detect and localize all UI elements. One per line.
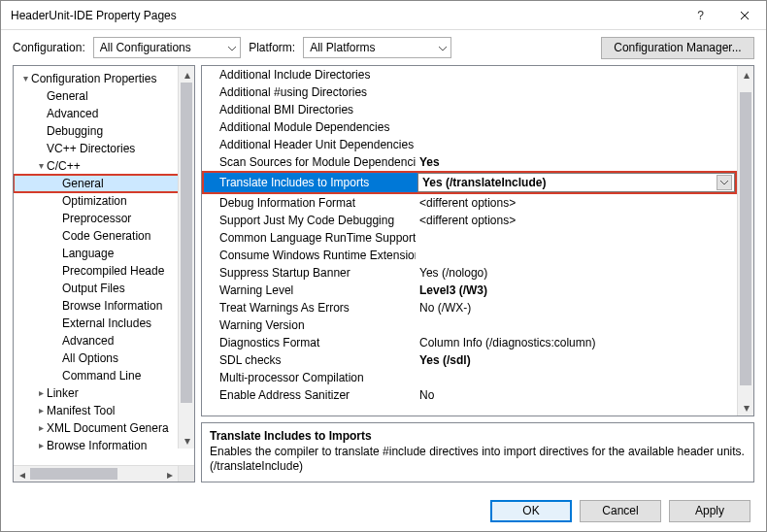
collapsed-icon[interactable]: ▸ xyxy=(35,402,47,419)
collapsed-icon[interactable]: ▸ xyxy=(35,384,47,402)
property-row[interactable]: Warning LevelLevel3 (/W3) xyxy=(202,282,737,299)
expanded-icon[interactable]: ▾ xyxy=(35,157,47,175)
property-value[interactable]: Yes (/translateInclude) xyxy=(417,173,735,192)
description-title: Translate Includes to Imports xyxy=(210,429,746,443)
tree-item-c-cpp[interactable]: ▾C/C++ xyxy=(14,157,194,175)
tree-item-preprocessor[interactable]: Preprocessor xyxy=(14,210,194,227)
property-row[interactable]: Multi-processor Compilation xyxy=(202,369,737,386)
close-button[interactable] xyxy=(722,1,766,30)
platform-label: Platform: xyxy=(249,41,295,54)
property-row[interactable]: Consume Windows Runtime Extension xyxy=(202,247,737,264)
property-name: Multi-processor Compilation xyxy=(202,371,416,384)
tree-item-code-generation[interactable]: Code Generation xyxy=(14,227,194,245)
tree-root[interactable]: ▾Configuration Properties xyxy=(14,70,194,87)
property-row[interactable]: Translate Includes to ImportsYes (/trans… xyxy=(202,171,737,194)
tree-item-manifest-tool[interactable]: ▸Manifest Tool xyxy=(14,402,194,419)
tree-item-vc-directories[interactable]: VC++ Directories xyxy=(14,140,194,157)
tree-item-advanced[interactable]: Advanced xyxy=(14,332,194,349)
property-row[interactable]: SDL checksYes (/sdl) xyxy=(202,351,737,369)
tree-vertical-scrollbar[interactable]: ▴ ▾ xyxy=(178,66,194,449)
scroll-up-icon[interactable]: ▴ xyxy=(738,66,754,83)
property-value: No (/WX-) xyxy=(416,301,737,315)
tree-pane: ▾Configuration PropertiesGeneralAdvanced… xyxy=(13,65,195,482)
tree-item-label: Browse Information xyxy=(47,437,147,454)
property-row[interactable]: Support Just My Code Debugging<different… xyxy=(202,212,737,229)
scroll-up-icon[interactable]: ▴ xyxy=(179,66,194,83)
property-row[interactable]: Additional #using Directories xyxy=(202,83,737,101)
collapsed-icon[interactable]: ▸ xyxy=(35,437,47,454)
scroll-down-icon[interactable]: ▾ xyxy=(179,432,194,449)
property-row[interactable]: Scan Sources for Module DependenciesYes xyxy=(202,153,737,171)
scroll-thumb[interactable] xyxy=(30,468,117,480)
property-name: Diagnostics Format xyxy=(202,336,416,349)
property-row[interactable]: Suppress Startup BannerYes (/nologo) xyxy=(202,264,737,282)
chevron-down-icon xyxy=(228,41,236,54)
property-name: Debug Information Format xyxy=(202,196,416,210)
tree-item-output-files[interactable]: Output Files xyxy=(14,280,194,297)
apply-button[interactable]: Apply xyxy=(669,500,750,522)
tree-horizontal-scrollbar[interactable]: ◂ ▸ xyxy=(14,465,194,482)
scroll-thumb[interactable] xyxy=(740,92,751,385)
collapsed-icon[interactable]: ▸ xyxy=(35,419,47,437)
platform-value: All Platforms xyxy=(310,41,375,54)
cancel-button[interactable]: Cancel xyxy=(580,500,661,522)
tree-item-precompiled-heade[interactable]: Precompiled Heade xyxy=(14,262,194,280)
tree-item-debugging[interactable]: Debugging xyxy=(14,122,194,140)
configuration-select[interactable]: All Configurations xyxy=(93,37,241,58)
property-row[interactable]: Debug Information Format<different optio… xyxy=(202,194,737,212)
tree-item-command-line[interactable]: Command Line xyxy=(14,367,194,384)
tree-item-external-includes[interactable]: External Includes xyxy=(14,315,194,332)
platform-select[interactable]: All Platforms xyxy=(303,37,450,58)
config-tree[interactable]: ▾Configuration PropertiesGeneralAdvanced… xyxy=(14,66,194,458)
configuration-value: All Configurations xyxy=(100,41,191,54)
property-value: Yes xyxy=(416,155,737,169)
tree-item-label: Browse Information xyxy=(62,297,162,315)
property-name: Treat Warnings As Errors xyxy=(202,301,416,315)
tree-item-browse-information[interactable]: Browse Information xyxy=(14,297,194,315)
property-row[interactable]: Additional BMI Directories xyxy=(202,101,737,118)
tree-item-all-options[interactable]: All Options xyxy=(14,349,194,367)
property-row[interactable]: Enable Address SanitizerNo xyxy=(202,386,737,404)
dropdown-button[interactable] xyxy=(717,175,732,190)
ok-button[interactable]: OK xyxy=(490,500,572,522)
property-name: Common Language RunTime Support xyxy=(202,231,416,245)
property-name: Warning Level xyxy=(202,283,416,297)
property-row[interactable]: Additional Include Directories xyxy=(202,66,737,83)
property-value: Yes (/sdl) xyxy=(416,353,737,367)
property-row[interactable]: Additional Header Unit Dependencies xyxy=(202,136,737,153)
tree-item-label: VC++ Directories xyxy=(47,140,135,157)
property-name: Scan Sources for Module Dependencies xyxy=(202,155,416,169)
tree-item-label: Command Line xyxy=(62,367,141,384)
property-value: Column Info (/diagnostics:column) xyxy=(416,336,737,349)
property-name: Additional Module Dependencies xyxy=(202,120,416,134)
property-value: Yes (/nologo) xyxy=(416,266,737,280)
tree-item-general[interactable]: General xyxy=(14,175,194,192)
property-name: SDL checks xyxy=(202,353,416,367)
property-value: <different options> xyxy=(416,214,737,227)
tree-item-optimization[interactable]: Optimization xyxy=(14,192,194,210)
property-row[interactable]: Warning Version xyxy=(202,316,737,334)
configuration-manager-button[interactable]: Configuration Manager... xyxy=(601,37,754,59)
property-row[interactable]: Diagnostics FormatColumn Info (/diagnost… xyxy=(202,334,737,351)
tree-item-xml-document-genera[interactable]: ▸XML Document Genera xyxy=(14,419,194,437)
tree-item-language[interactable]: Language xyxy=(14,245,194,262)
property-name: Additional Header Unit Dependencies xyxy=(202,138,416,151)
property-row[interactable]: Common Language RunTime Support xyxy=(202,229,737,247)
property-name: Enable Address Sanitizer xyxy=(202,388,416,402)
help-button[interactable]: ? xyxy=(679,1,722,30)
grid-vertical-scrollbar[interactable]: ▴ ▾ xyxy=(737,66,753,416)
tree-item-linker[interactable]: ▸Linker xyxy=(14,384,194,402)
description-text: Enables the compiler to translate #inclu… xyxy=(210,445,746,474)
tree-item-browse-information[interactable]: ▸Browse Information xyxy=(14,437,194,454)
scroll-thumb[interactable] xyxy=(181,83,192,403)
tree-item-advanced[interactable]: Advanced xyxy=(14,105,194,122)
scroll-right-icon[interactable]: ▸ xyxy=(161,466,178,482)
property-row[interactable]: Additional Module Dependencies xyxy=(202,118,737,136)
expanded-icon[interactable]: ▾ xyxy=(19,70,31,87)
tree-item-general[interactable]: General xyxy=(14,87,194,105)
window-title: HeaderUnit-IDE Property Pages xyxy=(11,9,679,22)
property-row[interactable]: Treat Warnings As ErrorsNo (/WX-) xyxy=(202,299,737,316)
tree-item-label: Debugging xyxy=(47,122,103,140)
scroll-down-icon[interactable]: ▾ xyxy=(738,399,754,416)
scroll-left-icon[interactable]: ◂ xyxy=(14,466,30,482)
